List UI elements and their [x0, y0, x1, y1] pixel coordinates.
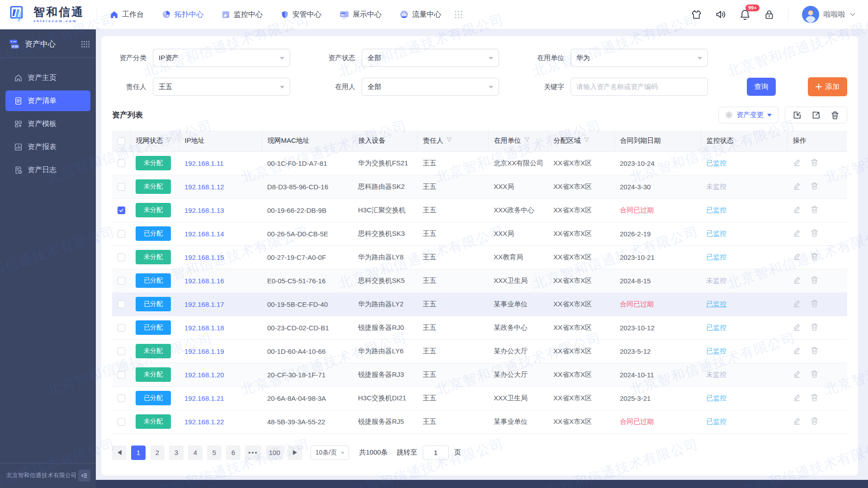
lock-screen-icon[interactable]	[764, 9, 774, 20]
page-size-select[interactable]: 10条/页	[311, 446, 349, 460]
edit-icon[interactable]	[793, 346, 801, 356]
trash-icon[interactable]	[810, 299, 819, 309]
monitor-status[interactable]: 已监控	[706, 206, 726, 214]
page-button[interactable]: 5	[207, 446, 222, 460]
monitor-status[interactable]: 已监控	[706, 324, 726, 331]
ip-address-link[interactable]: 192.168.1.22	[184, 418, 224, 426]
trash-icon[interactable]	[810, 323, 819, 333]
trash-icon[interactable]	[810, 182, 819, 192]
user-menu[interactable]: 啦啦啦	[802, 6, 855, 23]
trash-icon[interactable]	[810, 229, 819, 239]
asset-change-button[interactable]: 资产变更	[718, 107, 778, 123]
nav-item[interactable]: 展示中心	[340, 10, 382, 19]
edit-icon[interactable]	[793, 205, 801, 215]
row-checkbox[interactable]	[118, 324, 125, 332]
monitor-status[interactable]: 已监控	[706, 300, 726, 308]
ip-address-link[interactable]: 192.168.1.21	[184, 394, 224, 402]
edit-icon[interactable]	[793, 393, 801, 403]
ip-address-link[interactable]: 192.168.1.17	[184, 300, 224, 308]
edit-icon[interactable]	[793, 158, 801, 168]
monitor-status[interactable]: 已监控	[706, 253, 726, 261]
sidebar-item[interactable]: 资产报表	[5, 136, 90, 157]
ip-address-link[interactable]: 192.168.1.19	[184, 347, 224, 355]
trash-icon[interactable]	[810, 393, 819, 403]
next-page-button[interactable]	[288, 446, 302, 460]
delete-button[interactable]	[826, 111, 844, 120]
trash-icon[interactable]	[810, 252, 819, 262]
page-button[interactable]: 4	[188, 446, 203, 460]
page-button[interactable]: 2	[150, 446, 165, 460]
apps-grid-icon[interactable]	[455, 11, 462, 19]
row-checkbox[interactable]	[118, 347, 125, 355]
keyword-input[interactable]: 请输入资产名称或资产编码	[571, 78, 708, 96]
ip-address-link[interactable]: 192.168.1.11	[184, 160, 223, 167]
nav-item[interactable]: 流量中心	[400, 10, 441, 19]
nav-item[interactable]: 监控中心	[222, 10, 263, 19]
edit-icon[interactable]	[793, 299, 801, 309]
monitor-status[interactable]: 未监控	[706, 371, 726, 378]
sidebar-item[interactable]: 资产主页	[5, 67, 90, 88]
sidebar-item[interactable]: 资产模板	[5, 113, 90, 134]
filter-funnel-icon[interactable]	[584, 136, 590, 144]
page-ellipsis[interactable]: •••	[245, 446, 261, 460]
ip-address-link[interactable]: 192.168.1.16	[184, 277, 224, 285]
edit-icon[interactable]	[793, 370, 801, 380]
trash-icon[interactable]	[810, 346, 819, 356]
page-button[interactable]: 6	[226, 446, 241, 460]
trash-icon[interactable]	[810, 276, 819, 286]
monitor-status[interactable]: 已监控	[706, 347, 726, 355]
edit-icon[interactable]	[793, 323, 801, 333]
edit-icon[interactable]	[793, 182, 801, 192]
ip-address-link[interactable]: 192.168.1.20	[184, 371, 224, 379]
monitor-status[interactable]: 已监控	[706, 159, 726, 167]
monitor-status[interactable]: 未监控	[706, 183, 726, 190]
nav-item[interactable]: 安管中心	[281, 10, 321, 19]
nav-item[interactable]: 拓扑中心	[162, 10, 203, 19]
trash-icon[interactable]	[810, 205, 819, 215]
import-button[interactable]	[788, 111, 807, 120]
edit-icon[interactable]	[793, 417, 801, 427]
prev-page-button[interactable]	[112, 446, 127, 460]
module-grid-icon[interactable]	[81, 41, 90, 47]
ip-address-link[interactable]: 192.168.1.13	[184, 206, 224, 214]
filter-funnel-icon[interactable]	[446, 136, 452, 144]
monitor-status[interactable]: 已监控	[706, 230, 726, 237]
row-checkbox[interactable]	[118, 277, 125, 285]
page-button[interactable]: 3	[169, 446, 184, 460]
nav-item[interactable]: 工作台	[110, 10, 144, 19]
edit-icon[interactable]	[793, 276, 801, 286]
theme-skin-icon[interactable]	[691, 9, 702, 20]
trash-icon[interactable]	[810, 158, 819, 168]
voice-announce-icon[interactable]	[715, 9, 726, 20]
sidebar-item[interactable]: 资产清单	[5, 90, 90, 111]
monitor-status[interactable]: 未监控	[706, 277, 726, 284]
monitor-status[interactable]: 已监控	[706, 394, 726, 402]
asset-category-select[interactable]: IP资产	[153, 49, 290, 67]
owner-select[interactable]: 王五	[153, 78, 290, 96]
select-all-checkbox[interactable]	[118, 137, 125, 145]
row-checkbox[interactable]	[118, 183, 125, 191]
notifications-bell-icon[interactable]: 99+	[740, 9, 750, 20]
row-checkbox[interactable]	[118, 160, 125, 167]
asset-status-select[interactable]: 全部	[362, 49, 499, 67]
edit-icon[interactable]	[793, 252, 801, 262]
row-checkbox[interactable]	[118, 371, 125, 379]
sidebar-item[interactable]: 资产日志	[5, 160, 90, 180]
row-checkbox[interactable]	[118, 206, 125, 214]
row-checkbox[interactable]	[118, 253, 125, 261]
page-button[interactable]: 100	[266, 446, 283, 460]
trash-icon[interactable]	[810, 417, 819, 427]
ip-address-link[interactable]: 192.168.1.15	[184, 253, 224, 261]
search-button[interactable]: 查询	[747, 78, 776, 96]
brand-logo[interactable]: 智和信通 zhtelecom.com	[10, 6, 84, 23]
export-button[interactable]	[807, 111, 826, 120]
edit-icon[interactable]	[793, 229, 801, 239]
row-checkbox[interactable]	[118, 394, 125, 402]
row-checkbox[interactable]	[118, 418, 125, 426]
ip-address-link[interactable]: 192.168.1.18	[184, 324, 224, 332]
page-button[interactable]: 1	[131, 446, 146, 460]
ip-address-link[interactable]: 192.168.1.14	[184, 230, 224, 238]
monitor-status[interactable]: 已监控	[706, 418, 726, 425]
using-org-select[interactable]: 华为	[571, 49, 708, 67]
ip-address-link[interactable]: 192.168.1.12	[184, 183, 224, 191]
